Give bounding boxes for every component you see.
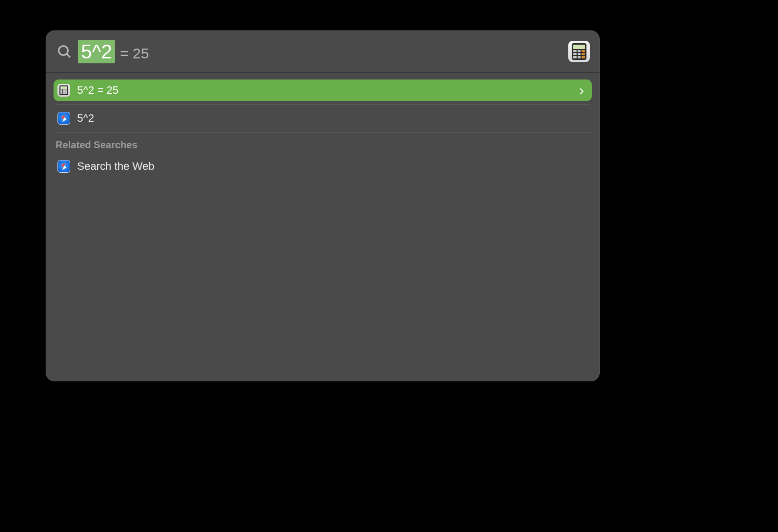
safari-icon — [57, 160, 70, 173]
search-icon — [56, 44, 72, 59]
result-label: 5^2 = 25 — [77, 84, 577, 97]
divider — [56, 104, 590, 105]
search-inline-result: = 25 — [120, 45, 149, 62]
safari-icon — [57, 112, 70, 125]
section-header-related: Related Searches — [54, 135, 592, 156]
results-list: 5^2 = 25 5^2 Related Searches Search the… — [46, 73, 600, 381]
search-input[interactable]: 5^2 = 25 — [78, 40, 562, 63]
result-search-web[interactable]: Search the Web — [54, 156, 592, 177]
svg-point-0 — [59, 46, 68, 55]
result-calculator[interactable]: 5^2 = 25 — [54, 80, 592, 101]
result-safari[interactable]: 5^2 — [54, 107, 592, 129]
result-label: 5^2 — [77, 112, 586, 125]
search-row[interactable]: 5^2 = 25 — [46, 30, 600, 73]
result-label: Search the Web — [77, 160, 586, 173]
calculator-icon — [57, 84, 70, 97]
calculator-app-icon — [568, 41, 590, 62]
search-query-text: 5^2 — [78, 40, 115, 63]
spotlight-panel: 5^2 = 25 — [46, 30, 600, 381]
chevron-right-icon — [577, 86, 586, 95]
svg-line-1 — [67, 53, 70, 57]
divider — [56, 132, 590, 133]
